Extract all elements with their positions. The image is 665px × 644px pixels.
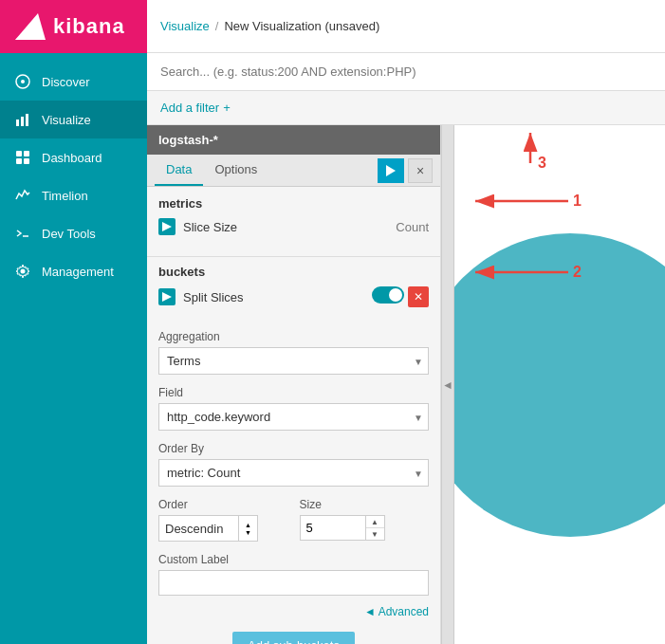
sidebar-item-label-dev-tools: Dev Tools [42, 227, 96, 241]
metric-item-slice-size: Slice Size Count [158, 218, 429, 235]
order-size-row: Order Descendin Ascending ▲ ▼ Size [147, 492, 440, 547]
order-by-select-wrapper: metric: Count metric: Sum ▼ [158, 459, 429, 487]
order-select-container: Descendin Ascending ▲ ▼ [158, 515, 288, 542]
kibana-logo-icon [11, 9, 46, 44]
size-spinner-up[interactable]: ▲ [366, 516, 384, 528]
order-group: Order Descendin Ascending ▲ ▼ [158, 498, 288, 542]
add-filter-button[interactable]: Add a filter + [160, 101, 231, 115]
add-sub-buckets-button[interactable]: Add sub-buckets [232, 632, 355, 644]
svg-rect-7 [16, 151, 22, 156]
content-area: logstash-* Data Options [147, 125, 665, 644]
field-select-wrapper: http_code.keyword response.keyword ▼ [158, 403, 429, 431]
split-slices-icon [162, 292, 172, 302]
bucket-item-split-slices: Split Slices ✕ [158, 286, 429, 307]
svg-rect-9 [16, 158, 22, 164]
topbar: Visualize / New Visualization (unsaved) [147, 0, 665, 53]
chart-circle [454, 233, 665, 537]
sidebar-item-visualize[interactable]: Visualize [0, 101, 147, 138]
tab-data[interactable]: Data [155, 155, 203, 186]
main-content: Visualize / New Visualization (unsaved) … [147, 0, 665, 644]
sidebar-item-dev-tools[interactable]: Dev Tools [0, 214, 147, 252]
svg-text:1: 1 [573, 193, 582, 209]
toggle-knob [389, 288, 402, 302]
size-label: Size [300, 498, 430, 511]
sidebar-item-label-discover: Discover [42, 75, 90, 89]
order-by-select[interactable]: metric: Count metric: Sum [158, 459, 429, 487]
timelion-icon [13, 186, 32, 205]
order-by-group: Order By metric: Count metric: Sum ▼ [147, 436, 440, 492]
svg-rect-8 [24, 151, 29, 156]
visualize-icon [13, 110, 32, 129]
size-group: Size ▲ ▼ [300, 498, 430, 542]
collapse-handle[interactable]: ◄ [441, 125, 454, 644]
tab-options[interactable]: Options [203, 155, 268, 186]
svg-marker-1 [15, 13, 46, 40]
slice-size-icon [162, 222, 172, 231]
tab-actions: × [378, 158, 433, 183]
add-filter-label: Add a filter [160, 101, 219, 115]
size-spinner-down[interactable]: ▼ [366, 528, 384, 540]
breadcrumb: Visualize / New Visualization (unsaved) [160, 19, 379, 33]
collapse-icon: ◄ [442, 378, 453, 392]
logo[interactable]: kibana [0, 0, 147, 53]
dashboard-icon [13, 148, 32, 167]
run-button[interactable] [378, 158, 404, 183]
management-icon [13, 262, 32, 281]
aggregation-select[interactable]: Terms Filters Range [158, 347, 429, 375]
advanced-row: ◄ Advanced [147, 601, 440, 622]
metrics-section: metrics Slice Size Count [147, 187, 440, 252]
tabs: Data Options [155, 155, 268, 186]
svg-rect-10 [24, 158, 29, 164]
sidebar-item-timelion[interactable]: Timelion [0, 176, 147, 214]
search-input[interactable] [160, 64, 652, 79]
plus-icon: + [223, 101, 231, 115]
aggregation-select-wrapper: Terms Filters Range ▼ [158, 347, 429, 375]
metric-label-slice-size: Slice Size [183, 220, 388, 234]
dev-tools-icon [13, 224, 32, 243]
sidebar-item-management[interactable]: Management [0, 252, 147, 290]
sidebar-nav: Discover Visualize Dashboar [0, 53, 147, 644]
sidebar-item-label-visualize: Visualize [42, 113, 91, 127]
sidebar-item-discover[interactable]: Discover [0, 63, 147, 101]
search-bar [147, 53, 665, 91]
size-input[interactable] [300, 515, 366, 541]
svg-rect-5 [21, 117, 24, 126]
order-select[interactable]: Descendin Ascending [158, 515, 239, 542]
sidebar-item-label-management: Management [42, 265, 114, 279]
svg-point-3 [21, 80, 25, 83]
logo-text: kibana [53, 14, 125, 39]
add-sub-buckets-row: Add sub-buckets [147, 622, 440, 644]
aggregation-group: Aggregation Terms Filters Range ▼ [147, 324, 440, 380]
divider [147, 256, 440, 257]
order-arrow-button[interactable]: ▲ ▼ [239, 515, 258, 542]
metric-value-slice-size: Count [396, 220, 429, 234]
bucket-actions: ✕ [372, 286, 429, 307]
sidebar-item-label-timelion: Timelion [42, 189, 88, 203]
size-input-container: ▲ ▼ [300, 515, 430, 541]
bucket-delete-button[interactable]: ✕ [408, 286, 429, 307]
metrics-title: metrics [158, 196, 429, 211]
size-spinner: ▲ ▼ [366, 515, 385, 541]
close-button[interactable]: × [408, 158, 433, 183]
custom-label-label: Custom Label [158, 553, 429, 566]
discover-icon [13, 72, 32, 91]
bucket-icon [158, 288, 175, 305]
field-select[interactable]: http_code.keyword response.keyword [158, 403, 429, 431]
sidebar: kibana Discover Visualize [0, 0, 147, 644]
order-by-label: Order By [158, 442, 429, 455]
sidebar-item-dashboard[interactable]: Dashboard [0, 138, 147, 176]
field-label: Field [158, 386, 429, 399]
svg-point-12 [21, 269, 26, 274]
play-icon [386, 165, 396, 176]
advanced-button[interactable]: ◄ Advanced [364, 605, 429, 618]
advanced-label: ◄ Advanced [364, 605, 429, 618]
bucket-toggle[interactable] [372, 286, 404, 304]
metric-icon [158, 218, 175, 235]
order-label: Order [158, 498, 288, 511]
svg-marker-15 [162, 292, 172, 302]
tab-bar: Data Options × [147, 155, 440, 187]
custom-label-input[interactable] [158, 570, 429, 596]
breadcrumb-separator: / [215, 19, 219, 33]
breadcrumb-parent[interactable]: Visualize [160, 19, 210, 33]
left-panel: logstash-* Data Options [147, 125, 441, 644]
